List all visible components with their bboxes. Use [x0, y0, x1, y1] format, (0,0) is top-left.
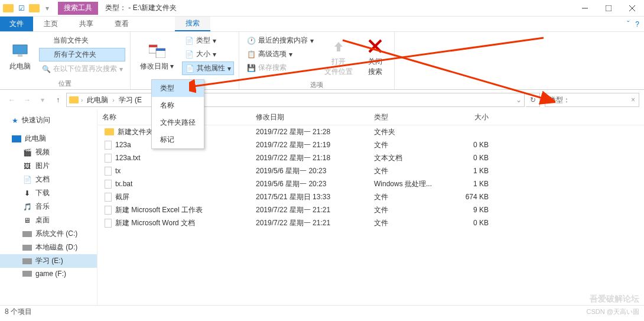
file-icon: [105, 180, 112, 189]
ribbon-tabs: 文件 主页 共享 查看 搜索 ˇ ?: [0, 17, 644, 32]
other-properties-button[interactable]: 📄其他属性 ▾: [182, 61, 234, 75]
ribbon-collapse-button[interactable]: ˇ: [627, 20, 629, 28]
type-icon: 📄: [184, 36, 194, 46]
clock-icon: 🕐: [246, 36, 256, 46]
folder-icon: [2, 2, 14, 14]
size-button[interactable]: 📄大小 ▾: [182, 48, 234, 60]
tab-view[interactable]: 查看: [104, 17, 139, 31]
tab-home[interactable]: 主页: [33, 17, 69, 31]
dropdown-item-folder-path[interactable]: 文件夹路径: [152, 114, 204, 131]
properties-icon: 📄: [185, 64, 194, 73]
save-icon: 💾: [246, 63, 256, 73]
nav-drive[interactable]: 本地磁盘 (D:): [0, 241, 97, 254]
other-properties-dropdown: 类型 名称 文件夹路径 标记: [151, 79, 204, 149]
current-folder-button[interactable]: 当前文件夹: [39, 34, 125, 47]
item-count: 8 个项目: [5, 307, 32, 317]
ribbon: 此电脑 当前文件夹 所有子文件夹 🔍在以下位置再次搜索 ▾ 位置 修改日期 ▾ …: [0, 32, 644, 90]
refresh-button[interactable]: ↻: [526, 93, 540, 107]
nav-item[interactable]: 🎬视频: [0, 145, 97, 159]
nav-drive[interactable]: 学习 (E:): [0, 254, 97, 268]
history-button[interactable]: ▾: [35, 93, 50, 107]
qat-overflow[interactable]: ▾: [41, 2, 53, 14]
file-row[interactable]: 截屏2017/5/21 星期日 13:33文件674 KB: [97, 190, 644, 203]
nav-this-pc[interactable]: 此电脑: [0, 132, 97, 145]
dropdown-item-name[interactable]: 名称: [152, 97, 204, 114]
label: 关闭搜索: [368, 57, 382, 77]
nav-item[interactable]: ⬇下载: [0, 186, 97, 200]
all-subfolders-button[interactable]: 所有子文件夹: [39, 48, 125, 61]
group-label: 位置: [5, 78, 125, 88]
up-button[interactable]: ↑: [51, 93, 65, 107]
nav-item[interactable]: 📄文档: [0, 173, 97, 186]
group-label: 选项: [244, 79, 389, 89]
svg-rect-1: [606, 5, 612, 11]
monitor-icon: [11, 41, 30, 60]
nav-icon: ⬇: [22, 189, 32, 198]
file-icon: [105, 167, 112, 176]
column-size[interactable]: 大小: [446, 112, 493, 122]
tab-search[interactable]: 搜索: [175, 17, 210, 31]
this-pc-button[interactable]: 此电脑: [5, 34, 35, 78]
address-bar-row: ← → ▾ ↑ › 此电脑 › 学习 (E ⌄ ↻ 类型： ×: [0, 90, 644, 110]
label: 打开文件位置: [324, 57, 353, 77]
tab-file[interactable]: 文件: [0, 17, 33, 31]
address-bar[interactable]: › 此电脑 › 学习 (E ⌄: [66, 93, 525, 107]
maximize-button[interactable]: [597, 0, 620, 17]
nav-quick-access[interactable]: ★快速访问: [0, 114, 97, 127]
back-button[interactable]: ←: [5, 93, 19, 107]
file-row[interactable]: tx2019/5/6 星期一 20:23文件1 KB: [97, 164, 644, 177]
modify-date-button[interactable]: 修改日期 ▾: [135, 34, 178, 78]
nav-drive[interactable]: 系统文件 (C:): [0, 227, 97, 241]
help-button[interactable]: ?: [635, 20, 639, 28]
breadcrumb-item[interactable]: 此电脑: [85, 95, 110, 105]
clear-search-button[interactable]: ×: [631, 96, 635, 104]
nav-drive[interactable]: game (F:): [0, 268, 97, 280]
type-button[interactable]: 📄类型 ▾: [182, 34, 234, 47]
file-icon: [105, 206, 112, 215]
ribbon-group-location: 此电脑 当前文件夹 所有子文件夹 🔍在以下位置再次搜索 ▾ 位置: [0, 32, 131, 89]
address-dropdown[interactable]: ⌄: [516, 96, 522, 104]
file-row[interactable]: 新建 Microsoft Word 文档2019/7/22 星期一 21:21文…: [97, 216, 644, 229]
file-row[interactable]: tx.bat2019/5/6 星期一 20:23Windows 批处理...1 …: [97, 177, 644, 190]
yellow-folder-icon[interactable]: [28, 2, 40, 14]
breadcrumb-item[interactable]: 学习 (E: [117, 95, 144, 105]
search-input[interactable]: 类型： ×: [545, 93, 639, 107]
forward-button[interactable]: →: [20, 93, 34, 107]
column-date[interactable]: 修改日期: [251, 112, 369, 122]
nav-item[interactable]: 🖼图片: [0, 159, 97, 173]
ribbon-collapse-area: ˇ ?: [627, 17, 644, 31]
svg-rect-7: [149, 45, 157, 47]
ribbon-group-options: 🕐最近的搜索内容 ▾ 📋高级选项 ▾ 💾保存搜索 打开文件位置 关闭搜索 选项: [239, 32, 395, 89]
nav-item[interactable]: 🖥桌面: [0, 213, 97, 227]
pc-icon: [12, 135, 21, 142]
minimize-button[interactable]: [573, 0, 597, 17]
open-file-location-button[interactable]: 打开文件位置: [320, 34, 357, 79]
close-search-button[interactable]: 关闭搜索: [361, 34, 389, 79]
titlebar: ☑ ▾ 搜索工具 类型： - E:\新建文件夹: [0, 0, 644, 17]
checkbox-icon[interactable]: ☑: [15, 2, 27, 14]
folder-tree-icon: [42, 50, 51, 60]
search-icon: 🔍: [41, 64, 51, 74]
dropdown-item-type[interactable]: 类型: [152, 80, 204, 97]
file-row[interactable]: 123a.txt2019/7/22 星期一 21:18文本文档0 KB: [97, 151, 644, 164]
watermark: CSDN @天高い圆: [587, 307, 639, 316]
search-again-button[interactable]: 🔍在以下位置再次搜索 ▾: [39, 63, 125, 75]
save-search-button[interactable]: 💾保存搜索: [244, 61, 316, 74]
dropdown-item-tags[interactable]: 标记: [152, 131, 204, 148]
nav-item[interactable]: 🎵音乐: [0, 200, 97, 213]
nav-icon: 📄: [22, 175, 32, 184]
close-button[interactable]: [620, 0, 644, 17]
folder-icon: [69, 96, 79, 103]
explorer-body: ★快速访问 此电脑 🎬视频🖼图片📄文档⬇下载🎵音乐🖥桌面 系统文件 (C:)本地…: [0, 110, 644, 305]
star-icon: ★: [12, 116, 18, 125]
recent-searches-button[interactable]: 🕐最近的搜索内容 ▾: [244, 34, 316, 47]
drive-icon: [22, 258, 32, 264]
tab-share[interactable]: 共享: [69, 17, 104, 31]
chevron-icon[interactable]: ›: [81, 97, 83, 103]
column-type[interactable]: 类型: [369, 112, 446, 122]
svg-rect-4: [13, 45, 27, 54]
advanced-options-button[interactable]: 📋高级选项 ▾: [244, 48, 316, 60]
file-row[interactable]: 新建 Microsoft Excel 工作表2019/7/22 星期一 21:2…: [97, 203, 644, 216]
file-icon: [105, 193, 112, 202]
chevron-icon[interactable]: ›: [112, 97, 114, 103]
